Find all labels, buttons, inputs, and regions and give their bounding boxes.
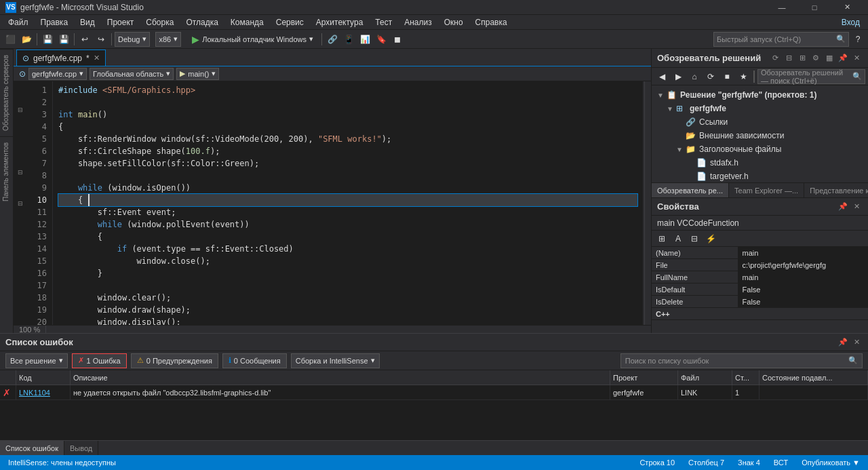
toolbar-open[interactable]: 📂 — [19, 32, 34, 47]
props-row-0[interactable]: (Name) main — [652, 247, 868, 259]
toolbar-save-all[interactable]: 💾 — [56, 32, 71, 47]
error-filter-btn[interactable]: ✗ 1 Ошибка — [72, 353, 127, 368]
toolbar-attach[interactable]: 🔗 — [325, 32, 340, 47]
menu-architecture[interactable]: Архитектура — [311, 16, 369, 29]
editor-scrollbar-right[interactable] — [644, 81, 651, 325]
fold-icon-3[interactable]: ⊟ — [18, 106, 23, 113]
status-row[interactable]: Строка 10 — [637, 458, 677, 467]
sol-home[interactable]: ⌂ — [687, 69, 702, 84]
sol-refresh[interactable]: ⟳ — [703, 69, 718, 84]
message-filter-btn[interactable]: ℹ 0 Сообщения — [222, 353, 287, 368]
code-editor[interactable]: ⊟ ⊟ ⊟ 123456789101112131415161718 — [14, 81, 651, 325]
run-dropdown-arrow[interactable]: ▾ — [309, 35, 313, 43]
breadcrumb-file[interactable]: gerfgfwfe.cpp ▾ — [28, 68, 87, 80]
source-filter-dropdown[interactable]: Сборка и IntelliSense ▾ — [291, 353, 380, 368]
sol-search-icon[interactable]: 🔍 — [852, 72, 862, 81]
menu-project[interactable]: Проект — [102, 16, 140, 29]
rp-btn-collapse[interactable]: ⊟ — [783, 52, 795, 64]
col-code[interactable]: Код — [16, 370, 71, 385]
menu-help[interactable]: Справка — [470, 16, 513, 29]
menu-edit[interactable]: Правка — [35, 16, 74, 29]
tree-node-1[interactable]: 📂 Внешние зависимости — [652, 129, 868, 142]
toolbar-device[interactable]: 📱 — [341, 32, 356, 47]
scope-filter-dropdown[interactable]: Все решение ▾ — [5, 353, 68, 368]
rp-btn-refresh[interactable]: ⊞ — [796, 52, 808, 64]
sidebar-servers[interactable]: Обозреватель серверов — [0, 49, 13, 136]
props-row-2[interactable]: FullName main — [652, 271, 868, 283]
menu-test[interactable]: Тест — [370, 16, 397, 29]
status-mode[interactable]: ВСТ — [771, 458, 791, 467]
bp-pin[interactable]: 📌 — [837, 336, 849, 349]
tab-team-explorer[interactable]: Team Explorer —... — [729, 183, 804, 197]
status-publish[interactable]: Опубликовать ▼ — [799, 458, 863, 467]
quick-launch-search[interactable]: Быстрый запуск (Ctrl+Q) 🔍 — [713, 32, 849, 47]
toolbar-save[interactable]: 💾 — [40, 32, 55, 47]
props-btn-events[interactable]: ⚡ — [703, 231, 718, 246]
tab-errors-list[interactable]: Список ошибок — [0, 441, 64, 455]
col-project[interactable]: Проект — [610, 370, 678, 385]
tab-solution-explorer[interactable]: Обозреватель ре... — [652, 183, 729, 197]
props-close[interactable]: ✕ — [850, 201, 863, 213]
bp-close[interactable]: ✕ — [850, 336, 863, 349]
breadcrumb-scope[interactable]: Глобальная область ▾ — [90, 68, 174, 80]
toolbar-help[interactable]: ? — [850, 32, 865, 47]
menu-signin[interactable]: Вход — [836, 16, 865, 29]
col-icon[interactable] — [0, 370, 16, 385]
solution-search-box[interactable]: Обозреватель решений — поиск (Ctrl+ё) 🔍 — [757, 69, 865, 84]
platform-dropdown[interactable]: x86 ▾ — [155, 32, 181, 47]
rp-btn-settings[interactable]: ⚙ — [810, 52, 822, 64]
minimize-button[interactable]: — — [766, 0, 797, 15]
warning-filter-btn[interactable]: ⚠ 0 Предупреждения — [131, 353, 218, 368]
sol-stop[interactable]: ■ — [719, 69, 734, 84]
run-button[interactable]: ▶ Локальный отладчик Windows ▾ — [186, 32, 319, 47]
rp-btn-filter[interactable]: ▦ — [823, 52, 835, 64]
tree-sub-2-0[interactable]: 📄 stdafx.h — [652, 156, 868, 170]
props-pin[interactable]: 📌 — [837, 201, 849, 213]
tree-solution[interactable]: ▼ 📋 Решение "gerfgfwfe" (проектов: 1) — [652, 88, 868, 102]
col-description[interactable]: Описание — [71, 370, 610, 385]
toolbar-more1[interactable]: ◼ — [390, 32, 405, 47]
tree-node-0[interactable]: 🔗 Ссылки — [652, 115, 868, 129]
tab-close-button[interactable]: ✕ — [94, 54, 100, 62]
sol-forward[interactable]: ▶ — [671, 69, 686, 84]
menu-build[interactable]: Сборка — [140, 16, 179, 29]
tree-sub-2-1[interactable]: 📄 targetver.h — [652, 170, 868, 182]
col-suppress[interactable]: Состояние подавл... — [760, 370, 868, 385]
menu-file[interactable]: Файл — [3, 16, 34, 29]
toolbar-bookmark[interactable]: 🔖 — [374, 32, 389, 47]
fold-icon-12[interactable]: ⊟ — [18, 200, 23, 207]
code-content[interactable]: #include <SFML/Graphics.hpp>int main(){ … — [53, 81, 643, 325]
sol-back[interactable]: ◀ — [654, 69, 669, 84]
toolbar-perf[interactable]: 📊 — [357, 32, 372, 47]
col-file[interactable]: Файл — [678, 370, 732, 385]
menu-debug[interactable]: Отладка — [180, 16, 223, 29]
toolbar-redo[interactable]: ↪ — [94, 32, 108, 47]
maximize-button[interactable]: □ — [799, 0, 830, 15]
props-btn-props[interactable]: ⊟ — [687, 231, 702, 246]
rp-pin[interactable]: 📌 — [837, 52, 849, 64]
tree-node-2[interactable]: ▼ 📁 Заголовочные файлы — [652, 142, 868, 156]
menu-team[interactable]: Команда — [225, 16, 269, 29]
tab-class-view[interactable]: Представление к... — [804, 183, 868, 197]
props-btn-alpha[interactable]: Α — [671, 231, 686, 246]
tab-output[interactable]: Вывод — [64, 441, 98, 455]
editor-tab-main[interactable]: ⊙ gerfgfwfe.cpp * ✕ — [16, 50, 106, 66]
props-btn-category[interactable]: ⊞ — [654, 231, 669, 246]
error-search-box[interactable]: Поиск по списку ошибок 🔍 — [620, 353, 863, 368]
props-row-1[interactable]: File c:\projict\gerfgfwfe\gergfg — [652, 259, 868, 271]
tree-project[interactable]: ▼ ⊞ gerfgfwfe — [652, 102, 868, 115]
error-row-0[interactable]: ✗ LNK1104 не удается открыть файл "odbcc… — [0, 385, 868, 400]
props-row-3[interactable]: IsDefault False — [652, 283, 868, 296]
menu-window[interactable]: Окно — [439, 16, 469, 29]
menu-tools[interactable]: Сервис — [271, 16, 309, 29]
rp-btn-sync[interactable]: ⟳ — [769, 52, 781, 64]
menu-view[interactable]: Вид — [75, 16, 100, 29]
breadcrumb-function[interactable]: ▶ main() ▾ — [176, 68, 219, 80]
error-search-icon[interactable]: 🔍 — [848, 356, 858, 365]
toolbar-new-project[interactable]: ⬛ — [3, 32, 18, 47]
props-row-4[interactable]: IsDelete False — [652, 296, 868, 308]
close-button[interactable]: ✕ — [831, 0, 863, 15]
sidebar-toolbox[interactable]: Панель элементов — [0, 136, 13, 207]
editor-horizontal-scrollbar[interactable]: 100 % — [14, 325, 651, 333]
status-intellisense[interactable]: IntelliSense: члены недоступны — [5, 458, 119, 467]
